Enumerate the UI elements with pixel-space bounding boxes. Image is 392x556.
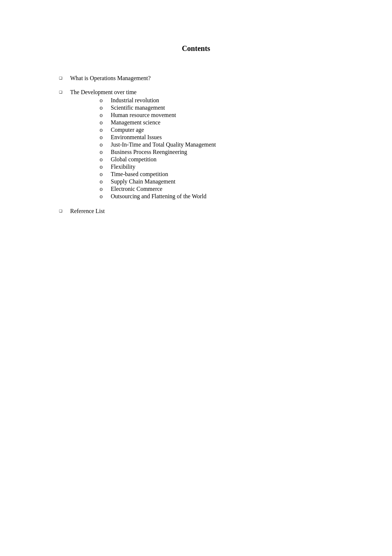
sub-item: oIndustrial revolution	[70, 97, 333, 104]
toc-item-2: ❑The Development over timeoIndustrial re…	[59, 89, 333, 200]
sub-item-label: Industrial revolution	[111, 97, 159, 104]
sub-item: oEnvironmental Issues	[70, 134, 333, 141]
toc-item-label: Reference List	[70, 208, 105, 214]
sub-item: oFlexibility	[70, 164, 333, 170]
sub-bullet-char: o	[100, 156, 111, 163]
sub-item-label: Scientific management	[111, 104, 165, 111]
sub-item: oComputer age	[70, 127, 333, 133]
sub-item: oSupply Chain Management	[70, 178, 333, 185]
sub-bullet-char: o	[100, 193, 111, 200]
sub-item-label: Global competition	[111, 156, 157, 163]
sub-bullet-char: o	[100, 119, 111, 126]
sub-item: oBusiness Process Reengineering	[70, 149, 333, 155]
sub-bullet-char: o	[100, 127, 111, 133]
sub-bullet-char: o	[100, 186, 111, 192]
sub-bullet-char: o	[100, 164, 111, 170]
sub-item-label: Management science	[111, 119, 161, 126]
sub-item: oElectronic Commerce	[70, 186, 333, 192]
sub-item-label: Flexibility	[111, 164, 135, 170]
sub-item-label: Just-In-Time and Total Quality Managemen…	[111, 141, 216, 148]
bullet-icon: ❑	[59, 75, 70, 80]
sub-item: oTime-based competition	[70, 171, 333, 178]
sub-list: oIndustrial revolutionoScientific manage…	[70, 97, 333, 200]
sub-bullet-char: o	[100, 104, 111, 111]
sub-item-label: Electronic Commerce	[111, 186, 162, 192]
sub-item-label: Time-based competition	[111, 171, 168, 178]
sub-bullet-char: o	[100, 112, 111, 119]
page-title: Contents	[59, 44, 333, 53]
bullet-icon: ❑	[59, 89, 70, 94]
sub-item: oManagement science	[70, 119, 333, 126]
sub-item: oOutsourcing and Flattening of the World	[70, 193, 333, 200]
sub-bullet-char: o	[100, 171, 111, 178]
sub-item-label: Outsourcing and Flattening of the World	[111, 193, 206, 200]
sub-item: oScientific management	[70, 104, 333, 111]
sub-bullet-char: o	[100, 134, 111, 141]
sub-item-label: Environmental Issues	[111, 134, 162, 141]
sub-item-label: Human resource movement	[111, 112, 176, 119]
toc-item-3: ❑Reference List	[59, 208, 333, 214]
sub-bullet-char: o	[100, 141, 111, 148]
bullet-icon: ❑	[59, 208, 70, 213]
toc-item-1: ❑What is Operations Management?	[59, 75, 333, 82]
sub-item-label: Supply Chain Management	[111, 178, 175, 185]
sub-bullet-char: o	[100, 178, 111, 185]
sub-item-label: Business Process Reengineering	[111, 149, 187, 155]
toc-item-label: What is Operations Management?	[70, 75, 151, 81]
sub-bullet-char: o	[100, 149, 111, 155]
sub-bullet-char: o	[100, 97, 111, 104]
sub-item: oJust-In-Time and Total Quality Manageme…	[70, 141, 333, 148]
toc-list: ❑What is Operations Management?❑The Deve…	[59, 75, 333, 214]
sub-item: oHuman resource movement	[70, 112, 333, 119]
toc-item-label: The Development over time	[70, 89, 137, 95]
sub-item: oGlobal competition	[70, 156, 333, 163]
sub-item-label: Computer age	[111, 127, 144, 133]
